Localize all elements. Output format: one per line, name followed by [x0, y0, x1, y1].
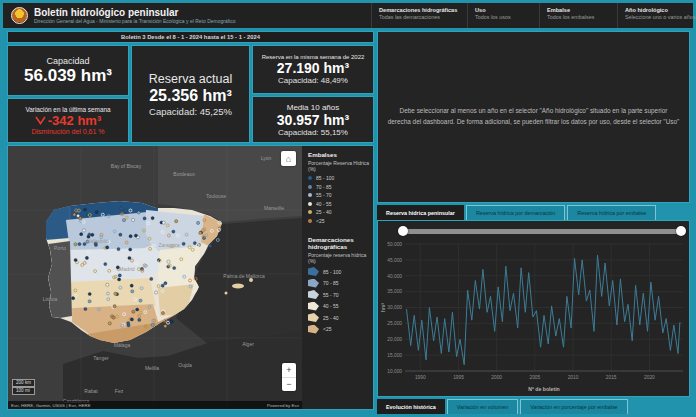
card-note: Capacidad: 48,49% [278, 76, 348, 85]
svg-text:Valladolid: Valladolid [87, 238, 109, 244]
svg-text:Toulouse: Toulouse [206, 193, 226, 199]
legend-embalses-subtitle: Porcentaje Reserva Hídrica (%) [308, 160, 373, 172]
legend-polygon-swatch [308, 302, 319, 311]
legend-item: 70 - 85 [308, 279, 373, 288]
legend-item: <25 [308, 218, 373, 224]
slider-handle-right[interactable] [676, 226, 686, 236]
svg-text:Nº de boletín: Nº de boletín [528, 386, 560, 392]
legend-item-label: <25 [323, 326, 331, 332]
svg-text:45.000: 45.000 [387, 258, 402, 263]
reserve-history-line-chart: 10.00015.00020.00025.00030.00035.00040.0… [378, 237, 689, 395]
legend-item: 25 - 40 [308, 209, 373, 215]
map-panel: Bay of BiscayLyonBordeauxToulouseMarseil… [7, 145, 374, 410]
svg-text:2005: 2005 [529, 375, 540, 380]
svg-text:40.000: 40.000 [387, 274, 402, 279]
legend-item-label: 40 - 55 [316, 201, 332, 207]
tab-variacion-volumen[interactable]: Variación en volumen [447, 399, 518, 414]
map-scale: 200 km 100 mi [12, 379, 35, 395]
legend-item-label: <25 [316, 218, 324, 224]
filter-uso[interactable]: Uso Todos los usos [467, 3, 539, 28]
tab-evolucion-historica[interactable]: Evolución histórica [377, 399, 445, 414]
svg-text:Zaragoza: Zaragoza [158, 242, 179, 248]
card-reserva-actual: Reserva actual 25.356 hm³ Capacidad: 45,… [131, 45, 250, 143]
card-value: 30.957 hm³ [277, 112, 349, 128]
svg-text:Lisboa: Lisboa [43, 296, 58, 302]
tab-reserva-embalse[interactable]: Reserva hídrica por embalse [567, 205, 656, 220]
svg-text:10.000: 10.000 [387, 369, 402, 374]
map-zoom-out-button[interactable]: − [282, 378, 296, 392]
legend-dot-swatch [308, 185, 312, 189]
svg-text:2010: 2010 [568, 375, 579, 380]
svg-text:Palma de Mallorca: Palma de Mallorca [223, 273, 265, 279]
svg-text:35.000: 35.000 [387, 289, 402, 294]
page-subtitle: Dirección General del Agua - Ministerio … [34, 18, 371, 24]
tab-variacion-porcentaje[interactable]: Variación en porcentaje por embalse [520, 399, 627, 414]
card-value: 56.039 hm³ [24, 66, 112, 85]
filter-embalse[interactable]: Embalse Todos los embalses [539, 3, 617, 28]
legend-item-label: 55 - 70 [323, 292, 339, 298]
tab-reserva-peninsular[interactable]: Reserva hídrica peninsular [377, 205, 464, 220]
filter-label: Año hidrológico [625, 6, 693, 14]
svg-text:Porto: Porto [54, 245, 66, 251]
legend-dot-swatch [308, 219, 312, 223]
home-icon: ⌂ [286, 154, 291, 164]
legend-item: <25 [308, 325, 373, 334]
legend-embalses-title: Embalses [308, 151, 373, 158]
chevron-down-icon [35, 116, 46, 125]
selection-message-panel: Debe seleccionar al menos un año en el s… [377, 31, 690, 203]
svg-text:2020: 2020 [644, 375, 655, 380]
legend-dot-swatch [308, 193, 312, 197]
card-value: -342 hm³ [35, 113, 101, 128]
slider-track[interactable] [402, 229, 682, 234]
svg-text:Lyon: Lyon [261, 155, 272, 161]
map-home-button[interactable]: ⌂ [281, 151, 296, 166]
spain-reservoir-map[interactable]: Bay of BiscayLyonBordeauxToulouseMarseil… [8, 146, 302, 409]
svg-text:Madrid: Madrid [119, 266, 135, 272]
chart-panel: 10.00015.00020.00025.00030.00035.00040.0… [377, 220, 690, 397]
legend-item-label: 70 - 85 [323, 280, 339, 286]
card-capacidad: Capacidad 56.039 hm³ [7, 45, 129, 96]
svg-text:Bay of Biscay: Bay of Biscay [111, 163, 142, 169]
filter-demarcaciones[interactable]: Demarcaciones hidrográficas Todas las de… [371, 3, 467, 28]
scale-km: 200 km [12, 379, 35, 387]
legend-item: 40 - 55 [308, 201, 373, 207]
legend-polygon-swatch [308, 267, 319, 276]
legend-item: 85 - 100 [308, 267, 373, 276]
svg-text:30.000: 30.000 [387, 305, 402, 310]
filter-label: Uso [475, 6, 539, 14]
dashboard-frame: Boletín hidrológico peninsular Dirección… [0, 0, 696, 417]
scale-mi: 100 mi [12, 387, 35, 395]
legend-polygon-swatch [308, 325, 319, 334]
filter-value: Seleccione uno o varios años... [625, 14, 693, 21]
map-legend: Embalses Porcentaje Reserva Hídrica (%) … [302, 146, 373, 409]
tab-reserva-demarcacion[interactable]: Reserva hídrica por demarcación [466, 205, 565, 220]
svg-text:1995: 1995 [453, 375, 464, 380]
card-label: Capacidad [46, 56, 89, 66]
page-title: Boletín hidrológico peninsular [34, 7, 371, 18]
map-zoom-in-button[interactable]: + [282, 363, 296, 378]
slider-handle-left[interactable] [398, 226, 408, 236]
legend-item-label: 25 - 40 [316, 209, 332, 215]
filter-value: Todos los usos [475, 14, 539, 21]
filter-bar: Demarcaciones hidrográficas Todas las de… [371, 3, 693, 28]
svg-text:Melilla: Melilla [145, 365, 159, 371]
filter-label: Demarcaciones hidrográficas [379, 6, 467, 14]
svg-text:1990: 1990 [415, 375, 426, 380]
svg-text:Bordeaux: Bordeaux [173, 171, 195, 177]
legend-dot-swatch [308, 210, 312, 214]
legend-dot-swatch [308, 202, 312, 206]
attribution-text: Esri, HERE, Garmin, USGS | Esri, HERE [11, 403, 91, 408]
svg-text:25.000: 25.000 [387, 321, 402, 326]
chart-tabs-top: Reserva hídrica peninsular Reserva hídri… [377, 205, 690, 220]
selection-message: Debe seleccionar al menos un año en el s… [387, 106, 679, 127]
svg-text:Marseille: Marseille [264, 205, 284, 211]
svg-text:50.000: 50.000 [387, 242, 402, 247]
time-range-slider[interactable] [402, 226, 682, 236]
svg-text:2015: 2015 [606, 375, 617, 380]
legend-item: 85 - 100 [308, 175, 373, 181]
legend-item-label: 55 - 70 [316, 192, 332, 198]
legend-polygon-swatch [308, 290, 319, 299]
filter-ano-hidrologico[interactable]: Año hidrológico Seleccione uno o varios … [617, 3, 693, 28]
map-attribution: Esri, HERE, Garmin, USGS | Esri, HERE Po… [8, 401, 302, 409]
powered-by-esri: Powered by Esri [267, 403, 299, 408]
